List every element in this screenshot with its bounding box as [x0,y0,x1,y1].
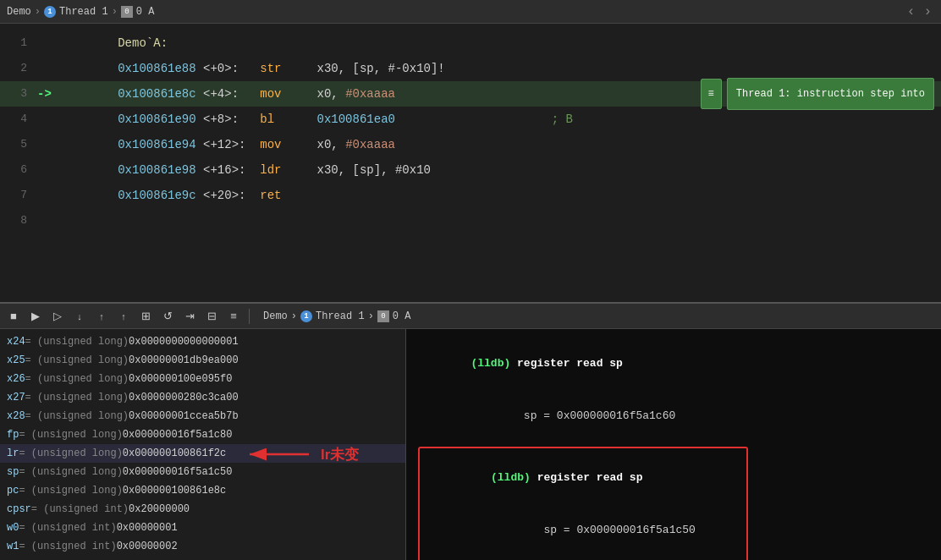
line-num-2: 2 [7,56,27,81]
output-1: sp = 0x000000016f5a1c60 [470,409,675,422]
breadcrumb: Demo › 1 Thread 1 › 0 0 A [7,6,154,18]
reg-sp: sp = (unsigned long) 0x000000016f5a1c50 [0,463,405,481]
tb-demo: Demo [263,310,288,322]
code-area: 1 Demo`A: 2 0x100861e88 <+0>: str x30, [… [0,24,941,302]
nav-back[interactable]: ‹ [905,4,918,19]
cmd-2: register read sp [531,471,643,484]
reg-x25: x25 = (unsigned long) 0x00000001db9ea000 [0,351,405,370]
code-editor: 1 Demo`A: 2 0x100861e88 <+0>: str x30, [… [0,24,941,302]
toolbar-step-out[interactable]: ↑ [93,308,110,325]
toolbar-step-in[interactable]: ↓ [71,308,88,325]
toolbar-refresh[interactable]: ↺ [159,308,176,325]
tb-sep1: › [291,310,297,322]
toolbar-grid[interactable]: ⊞ [137,308,154,325]
toolbar-divider [249,309,250,324]
sep1: › [35,6,41,18]
nav-forward[interactable]: › [921,4,934,19]
tb-frame-icon: 0 [377,310,389,322]
reg-pc: pc = (unsigned long) 0x000000100861e8c [0,481,405,500]
toolbar-menu[interactable]: ≡ [225,308,242,325]
reg-x28: x28 = (unsigned long) 0x00000001ccea5b7b [0,407,405,425]
line-num-3: 3 [7,81,27,107]
line-num-7: 7 [7,183,27,208]
line-num-6: 6 [7,157,27,183]
bottom-toolbar: ■ ▶ ▷ ↓ ↑ ↑ ⊞ ↺ ⇥ ⊟ ≡ Demo › 1 Thread 1 … [0,304,941,329]
sep2: › [112,6,118,18]
thread-message: Thread 1: instruction step into [727,78,934,110]
reg-w1: w1 = (unsigned int) 0x00000002 [0,537,405,556]
toolbar-up[interactable]: ↑ [115,308,132,325]
bottom-content: x24 = (unsigned long) 0x0000000000000001… [0,329,941,560]
output-2: sp = 0x000000016f5a1c50 [491,524,696,536]
terminal-output-1: sp = 0x000000016f5a1c60 [418,390,929,442]
toolbar-stop[interactable]: ■ [5,308,22,325]
arrow-3: -> [37,81,61,107]
thread-label: Thread 1 [59,6,108,18]
reg-w0: w0 = (unsigned int) 0x00000001 [0,519,405,537]
toolbar-tab[interactable]: ⇥ [181,308,198,325]
annotation-group: lr未变 [241,444,359,464]
reg-x26: x26 = (unsigned long) 0x000000100e095f0 [0,370,405,388]
toolbar-step-over[interactable]: ▷ [49,308,66,325]
badge-icon: ≡ [708,81,714,107]
reg-x24: x24 = (unsigned long) 0x0000000000000001 [0,332,405,351]
registers-panel: x24 = (unsigned long) 0x0000000000000001… [0,329,406,560]
reg-w2: w2 = (unsigned int) 0x000120a8 [0,556,405,560]
toolbar-continue[interactable]: ▶ [27,308,44,325]
demo-label: Demo [7,6,31,18]
line-num-4: 4 [7,107,27,132]
toolbar-breadcrumb: Demo › 1 Thread 1 › 0 0 A [263,310,410,322]
terminal-line-2: (lldb) register read sp [425,452,741,504]
line-num-5: 5 [7,132,27,157]
tb-frame: 0 A [393,310,411,322]
thread-tooltip: ≡ Thread 1: instruction step into [701,78,934,110]
thread-badge: ≡ [701,79,722,109]
top-bar: Demo › 1 Thread 1 › 0 0 A ‹ › [0,0,941,24]
terminal-line-1: (lldb) register read sp [418,338,929,390]
toolbar-minus[interactable]: ⊟ [203,308,220,325]
cmd-1: register read sp [510,357,623,370]
prompt-2: (lldb) [491,471,531,484]
nav-arrows: ‹ › [905,4,934,19]
line-num-1: 1 [7,30,27,56]
terminal-panel[interactable]: (lldb) register read sp sp = 0x000000016… [406,329,941,560]
reg-cpsr: cpsr = (unsigned int) 0x20000000 [0,500,405,519]
bottom-panel: ■ ▶ ▷ ↓ ↑ ↑ ⊞ ↺ ⇥ ⊟ ≡ Demo › 1 Thread 1 … [0,302,941,560]
code-line-7: 7 0x100861e9c <+20>: ret [0,183,941,208]
line-num-8: 8 [7,208,27,233]
tb-thread: Thread 1 [316,310,365,322]
terminal-highlighted-box: (lldb) register read sp sp = 0x000000016… [418,447,748,560]
red-arrow-svg [241,444,317,464]
prompt-1: (lldb) [470,357,510,370]
terminal-output-2: sp = 0x000000016f5a1c50 [425,504,741,557]
thread-icon: 1 [44,6,56,18]
reg-fp: fp = (unsigned long) 0x000000016f5a1c80 [0,425,405,444]
code-line-8: 8 [0,208,941,233]
frame-icon: 0 [121,6,133,18]
tb-thread-icon: 1 [300,310,312,322]
annotation-text: lr未变 [321,445,359,464]
tb-sep2: › [368,310,374,322]
frame-label: 0 A [136,6,155,18]
reg-x27: x27 = (unsigned long) 0x0000000280c3ca00 [0,388,405,407]
